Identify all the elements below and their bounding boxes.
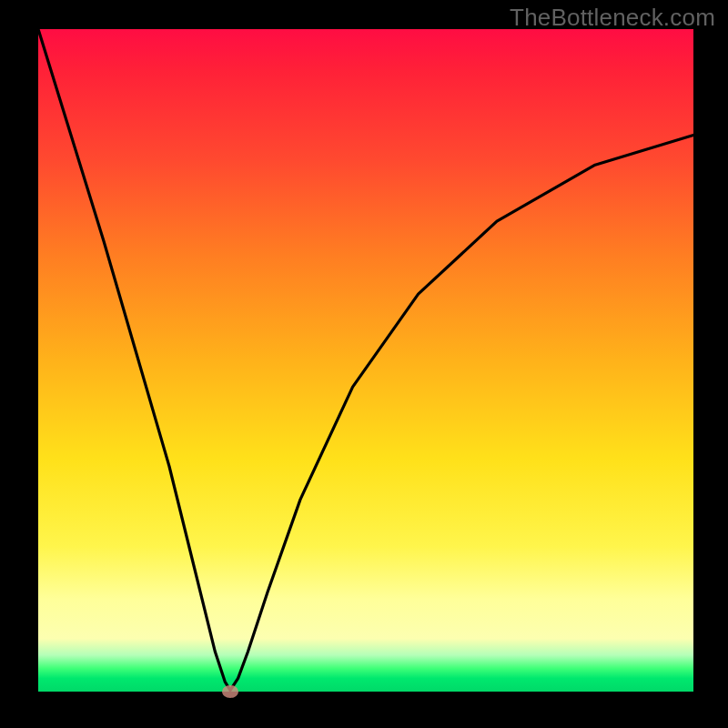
bottleneck-curve [38,29,693,692]
plot-area [38,29,693,692]
chart-frame: TheBottleneck.com [0,0,728,728]
curve-path [38,29,693,691]
minimum-marker [222,685,238,698]
watermark-text: TheBottleneck.com [510,4,715,32]
